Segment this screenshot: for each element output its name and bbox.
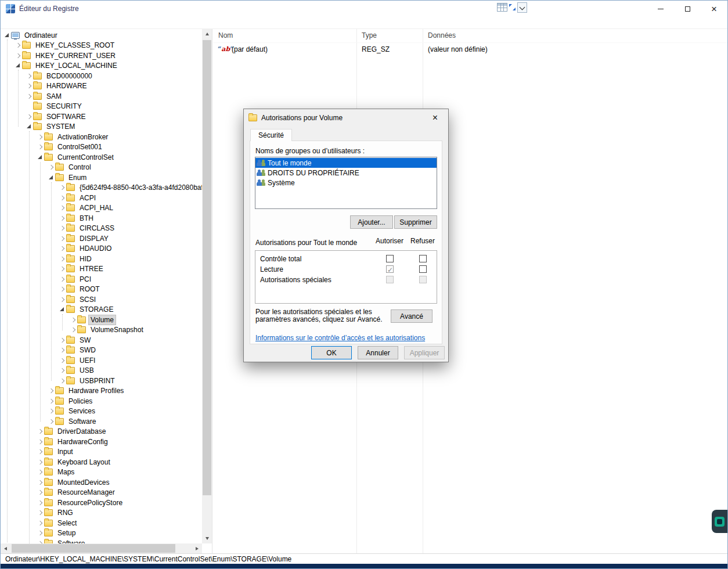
chevron-icon[interactable]: [15, 52, 21, 59]
column-header-type[interactable]: Type: [356, 29, 423, 42]
tree-item[interactable]: DriverDatabase: [1, 427, 202, 437]
ok-button[interactable]: OK: [311, 346, 352, 359]
tree-item[interactable]: PCI: [1, 274, 202, 284]
chevron-icon[interactable]: [48, 174, 54, 181]
tree-item[interactable]: Hardware Profiles: [1, 386, 202, 397]
chevron-icon[interactable]: [37, 143, 43, 150]
dialog-close-button[interactable]: [422, 109, 448, 127]
chevron-icon[interactable]: [59, 306, 65, 313]
acl-info-link[interactable]: Informations sur le contrôle d’accès et …: [255, 334, 425, 342]
tree-item[interactable]: Enum: [1, 172, 202, 183]
chevron-icon[interactable]: [37, 469, 43, 476]
chevron-icon[interactable]: [26, 113, 32, 120]
tree-item[interactable]: Select: [1, 518, 202, 528]
tree-item[interactable]: USBPRINT: [1, 376, 202, 386]
tree-item[interactable]: Ordinateur: [1, 30, 202, 41]
expand-arrows-icon[interactable]: [509, 4, 516, 10]
apply-button[interactable]: Appliquer: [404, 346, 445, 359]
scroll-down-button[interactable]: [202, 534, 212, 543]
column-header-donnees[interactable]: Données: [423, 29, 727, 42]
chevron-icon[interactable]: [26, 73, 32, 80]
chevron-icon[interactable]: [37, 154, 43, 161]
chevron-icon[interactable]: [59, 215, 65, 222]
chevron-icon[interactable]: [59, 235, 65, 242]
tree-item[interactable]: Input: [1, 447, 202, 458]
remove-button[interactable]: Supprimer: [394, 215, 437, 229]
overlay-controls[interactable]: [497, 2, 527, 13]
chevron-icon[interactable]: [26, 93, 32, 100]
deny-checkbox[interactable]: [419, 265, 427, 273]
chevron-icon[interactable]: [59, 347, 65, 354]
vertical-scrollbar-thumb[interactable]: [203, 40, 211, 495]
DROITS DU PROPRIÉTAIRE[interactable]: DROITS DU PROPRIÉTAIRE: [255, 168, 437, 178]
chevron-icon[interactable]: [37, 520, 43, 527]
tree-item[interactable]: Software: [1, 538, 202, 543]
tree-item[interactable]: BTH: [1, 213, 202, 224]
tree-item[interactable]: HTREE: [1, 264, 202, 275]
tree-item[interactable]: {5d624f94-8850-40c3-a3fa-a4fd2080baf3}: [1, 183, 202, 193]
chevron-icon[interactable]: [4, 32, 10, 39]
close-button[interactable]: [701, 1, 727, 17]
chevron-icon[interactable]: [59, 337, 65, 344]
advanced-button[interactable]: Avancé: [391, 309, 433, 323]
dialog-titlebar[interactable]: Autorisations pour Volume: [244, 109, 448, 127]
tree-item[interactable]: HKEY_CURRENT_USER: [1, 51, 202, 61]
tree-vertical-scrollbar[interactable]: [202, 29, 212, 543]
tree-item[interactable]: BCD00000000: [1, 71, 202, 81]
tree-item[interactable]: HKEY_CLASSES_ROOT: [1, 41, 202, 51]
chevron-icon[interactable]: [15, 42, 21, 49]
tree-item[interactable]: STORAGE: [1, 305, 202, 315]
scroll-up-button[interactable]: [202, 29, 212, 39]
chevron-icon[interactable]: [37, 479, 43, 486]
tree-item[interactable]: ACPI_HAL: [1, 203, 202, 214]
chevron-icon[interactable]: [48, 398, 54, 405]
overlay-handle[interactable]: [712, 510, 727, 533]
tree-item[interactable]: Control: [1, 163, 202, 173]
tree-item[interactable]: Keyboard Layout: [1, 457, 202, 467]
tree-item[interactable]: UEFI: [1, 355, 202, 366]
chevron-icon[interactable]: [59, 255, 65, 262]
tree-item[interactable]: HDAUDIO: [1, 244, 202, 254]
grid-icon[interactable]: [497, 3, 507, 12]
chevron-icon[interactable]: [37, 489, 43, 496]
tree-item[interactable]: Services: [1, 406, 202, 417]
chevron-icon[interactable]: [70, 316, 76, 323]
tree-item[interactable]: Policies: [1, 396, 202, 406]
tree-item[interactable]: MountedDevices: [1, 477, 202, 488]
chevron-icon[interactable]: [37, 509, 43, 516]
tree-item[interactable]: SOFTWARE: [1, 111, 202, 122]
tree-item[interactable]: USB: [1, 366, 202, 376]
tree-item[interactable]: Software: [1, 416, 202, 427]
tree-item[interactable]: HARDWARE: [1, 81, 202, 92]
chevron-icon[interactable]: [70, 326, 76, 333]
horizontal-scrollbar-thumb[interactable]: [12, 544, 175, 553]
chevron-icon[interactable]: [59, 184, 65, 191]
chevron-icon[interactable]: [37, 428, 43, 435]
allow-checkbox[interactable]: [386, 265, 394, 273]
chevron-icon[interactable]: [59, 286, 65, 293]
chevron-icon[interactable]: [59, 357, 65, 364]
tree-item[interactable]: SW: [1, 335, 202, 345]
tree-item[interactable]: ResourcePolicyStore: [1, 498, 202, 508]
tree-item[interactable]: CurrentControlSet: [1, 152, 202, 163]
chevron-icon[interactable]: [48, 408, 54, 415]
tree-item[interactable]: SECURITY: [1, 102, 202, 112]
chevron-icon[interactable]: [59, 296, 65, 303]
tree-item[interactable]: HardwareConfig: [1, 437, 202, 447]
tree-item[interactable]: SAM: [1, 91, 202, 102]
tree-item[interactable]: RNG: [1, 508, 202, 518]
tree-item[interactable]: Maps: [1, 467, 202, 478]
tab-securite[interactable]: Sécurité: [250, 129, 292, 141]
scroll-right-button[interactable]: [192, 543, 202, 553]
deny-checkbox[interactable]: [419, 276, 427, 283]
tree-item[interactable]: ActivationBroker: [1, 132, 202, 142]
value-row[interactable]: ab (par défaut) REG_SZ (valeur non défin…: [213, 44, 727, 55]
Tout le monde[interactable]: Tout le monde: [255, 158, 437, 168]
tree-item[interactable]: SWD: [1, 345, 202, 356]
chevron-down-icon[interactable]: [517, 2, 527, 13]
chevron-icon[interactable]: [37, 438, 43, 445]
chevron-icon[interactable]: [26, 82, 32, 89]
chevron-icon[interactable]: [26, 123, 32, 130]
chevron-icon[interactable]: [59, 195, 65, 201]
chevron-icon[interactable]: [48, 387, 54, 394]
